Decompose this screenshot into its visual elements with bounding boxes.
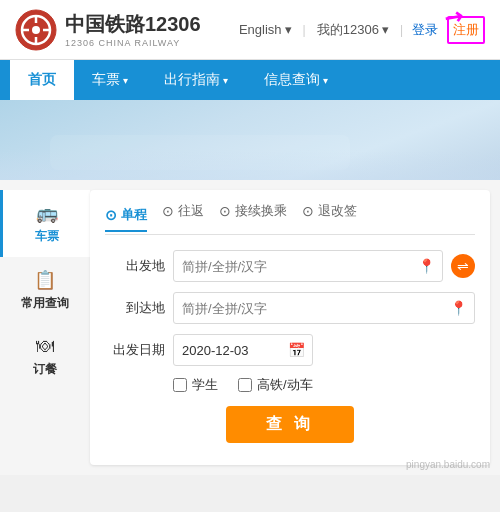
tab-transfer-label: 接续换乘 (235, 202, 287, 220)
my12306-selector[interactable]: 我的12306 ▾ (311, 18, 395, 42)
date-label: 出发日期 (105, 341, 165, 359)
nav-guide-label: 出行指南 (164, 71, 220, 89)
sidebar-item-query[interactable]: 📋 常用查询 (0, 257, 90, 324)
logo-title: 中国铁路12306 (65, 11, 201, 38)
swap-button[interactable]: ⇌ (451, 254, 475, 278)
my12306-label: 我的12306 (317, 21, 379, 39)
header-right: English ▾ | 我的12306 ▾ | 登录 注册 (233, 16, 485, 44)
search-button[interactable]: 查 询 (226, 406, 354, 443)
to-location-icon: 📍 (450, 300, 467, 316)
tab-change[interactable]: ⊙ 退改签 (302, 202, 357, 226)
ticket-icon: 🚌 (36, 202, 58, 224)
svg-point-2 (32, 26, 40, 34)
language-arrow-icon: ▾ (285, 22, 292, 37)
highspeed-option[interactable]: 高铁/动车 (238, 376, 313, 394)
my12306-arrow-icon: ▾ (382, 22, 389, 37)
tab-round-trip-icon: ⊙ (162, 203, 174, 219)
main-content: 🚌 车票 📋 常用查询 🍽 订餐 ⊙ 单程 ⊙ 往 (0, 180, 500, 475)
from-label: 出发地 (105, 257, 165, 275)
sidebar-meal-label: 订餐 (33, 361, 57, 378)
logo-subtitle: 12306 CHINA RAILWAY (65, 38, 201, 48)
tab-transfer-icon: ⊙ (219, 203, 231, 219)
sidebar-item-tickets[interactable]: 🚌 车票 (0, 190, 90, 257)
to-input[interactable] (173, 292, 475, 324)
booking-panel: ⊙ 单程 ⊙ 往返 ⊙ 接续换乘 ⊙ 退改签 出发地 (90, 190, 490, 465)
header: 中国铁路12306 12306 CHINA RAILWAY English ▾ … (0, 0, 500, 60)
meal-icon: 🍽 (36, 336, 54, 357)
logo-text: 中国铁路12306 12306 CHINA RAILWAY (65, 11, 201, 48)
booking-tabs: ⊙ 单程 ⊙ 往返 ⊙ 接续换乘 ⊙ 退改签 (105, 202, 475, 235)
login-button[interactable]: 登录 (408, 18, 442, 42)
watermark: pingyan.baidu.com (406, 459, 490, 470)
nav-info-arrow: ▾ (323, 75, 328, 86)
to-input-wrap: 📍 (173, 292, 475, 324)
main-nav: 首页 车票 ▾ 出行指南 ▾ 信息查询 ▾ (0, 60, 500, 100)
tab-change-label: 退改签 (318, 202, 357, 220)
hero-banner (0, 100, 500, 180)
hero-overlay (0, 150, 500, 180)
student-checkbox[interactable] (173, 378, 187, 392)
tab-one-way[interactable]: ⊙ 单程 (105, 206, 147, 232)
student-label: 学生 (192, 376, 218, 394)
divider: | (303, 23, 306, 37)
nav-guide-arrow: ▾ (223, 75, 228, 86)
sidebar-query-label: 常用查询 (21, 295, 69, 312)
student-option[interactable]: 学生 (173, 376, 218, 394)
sidebar: 🚌 车票 📋 常用查询 🍽 订餐 (0, 180, 90, 475)
from-input-wrap: 📍 (173, 250, 443, 282)
language-selector[interactable]: English ▾ (233, 19, 298, 40)
register-button[interactable]: 注册 (447, 16, 485, 44)
tab-change-icon: ⊙ (302, 203, 314, 219)
date-input-wrap: 📅 (173, 334, 313, 366)
nav-tickets-arrow: ▾ (123, 75, 128, 86)
tab-one-way-icon: ⊙ (105, 207, 117, 223)
highspeed-label: 高铁/动车 (257, 376, 313, 394)
calendar-icon: 📅 (288, 342, 305, 358)
query-icon: 📋 (34, 269, 56, 291)
logo-icon (15, 9, 57, 51)
nav-item-guide[interactable]: 出行指南 ▾ (146, 60, 246, 100)
language-label: English (239, 22, 282, 37)
logo-area: 中国铁路12306 12306 CHINA RAILWAY (15, 9, 201, 51)
nav-item-info[interactable]: 信息查询 ▾ (246, 60, 346, 100)
nav-home-label: 首页 (28, 71, 56, 89)
from-location-icon: 📍 (418, 258, 435, 274)
nav-info-label: 信息查询 (264, 71, 320, 89)
swap-icon: ⇌ (457, 258, 469, 274)
to-label: 到达地 (105, 299, 165, 317)
tab-round-trip[interactable]: ⊙ 往返 (162, 202, 204, 226)
to-row: 到达地 📍 (105, 292, 475, 324)
tab-transfer[interactable]: ⊙ 接续换乘 (219, 202, 287, 226)
nav-item-tickets[interactable]: 车票 ▾ (74, 60, 146, 100)
sidebar-item-meal[interactable]: 🍽 订餐 (0, 324, 90, 390)
date-row: 出发日期 📅 (105, 334, 475, 366)
sidebar-tickets-label: 车票 (35, 228, 59, 245)
nav-tickets-label: 车票 (92, 71, 120, 89)
highspeed-checkbox[interactable] (238, 378, 252, 392)
options-row: 学生 高铁/动车 (105, 376, 475, 394)
divider2: | (400, 23, 403, 37)
from-row: 出发地 📍 ⇌ (105, 250, 475, 282)
tab-round-trip-label: 往返 (178, 202, 204, 220)
nav-item-home[interactable]: 首页 (10, 60, 74, 100)
tab-one-way-label: 单程 (121, 206, 147, 224)
from-input[interactable] (173, 250, 443, 282)
